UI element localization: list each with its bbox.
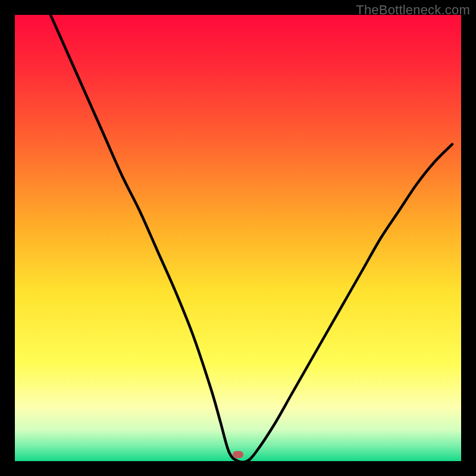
plot-area [15,15,461,461]
chart-frame: TheBottleneck.com [0,0,476,476]
optimum-marker [233,451,243,458]
bottleneck-curve [15,15,461,461]
